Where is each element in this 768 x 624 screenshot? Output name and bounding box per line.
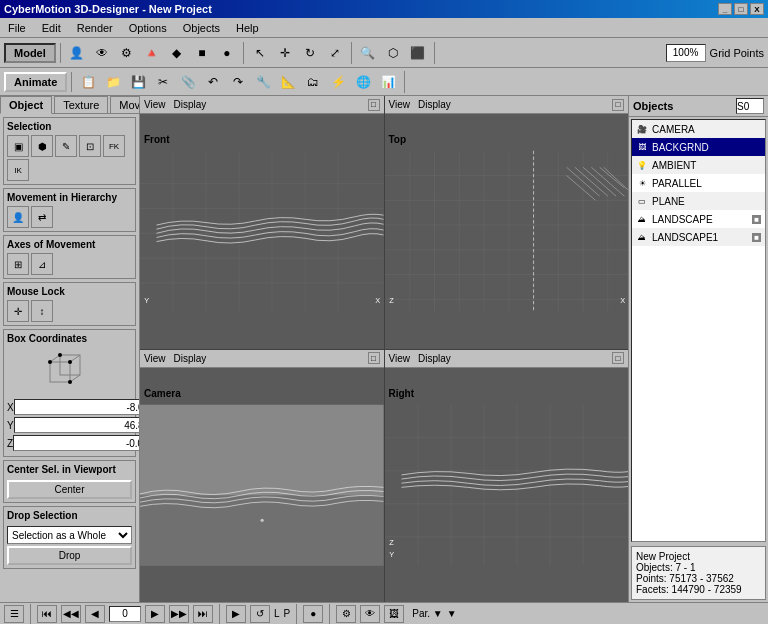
z-input[interactable] bbox=[13, 435, 140, 451]
camera-display-menu[interactable]: Display bbox=[174, 353, 207, 364]
object-ambient[interactable]: 💡 AMBIENT bbox=[632, 156, 765, 174]
close-button[interactable]: X bbox=[750, 3, 764, 15]
tb2-icon-3[interactable]: 💾 bbox=[126, 71, 150, 93]
top-maximize[interactable]: □ bbox=[612, 99, 624, 111]
right-maximize[interactable]: □ bbox=[612, 352, 624, 364]
object-parallel[interactable]: ☀ PARALLEL bbox=[632, 174, 765, 192]
object-landscape1[interactable]: ⛰ LANDSCAPE1 ■ bbox=[632, 228, 765, 246]
play-button[interactable]: ▶ bbox=[226, 605, 246, 623]
tb2-icon-1[interactable]: 📋 bbox=[76, 71, 100, 93]
tb2-icon-13[interactable]: 📊 bbox=[376, 71, 400, 93]
toolbar-icon-7[interactable]: ● bbox=[215, 42, 239, 64]
tb2-icon-9[interactable]: 📐 bbox=[276, 71, 300, 93]
sel-icon-2[interactable]: ⬢ bbox=[31, 135, 53, 157]
top-content[interactable]: Top bbox=[385, 114, 629, 349]
toolbar-icon-2[interactable]: 👁 bbox=[90, 42, 114, 64]
sel-icon-6[interactable]: IK bbox=[7, 159, 29, 181]
toolbar-icon-4[interactable]: 🔺 bbox=[140, 42, 164, 64]
tab-move[interactable]: Move bbox=[110, 96, 140, 113]
toolbar-icon-3[interactable]: ⚙ bbox=[115, 42, 139, 64]
camera-maximize[interactable]: □ bbox=[368, 352, 380, 364]
toolbar-zoom-in[interactable]: 🔍 bbox=[356, 42, 380, 64]
front-content[interactable]: Front bbox=[140, 114, 384, 349]
tab-object[interactable]: Object bbox=[0, 96, 52, 114]
right-content[interactable]: Right bbox=[385, 368, 629, 603]
go-to-end[interactable]: ⏭ bbox=[193, 605, 213, 623]
step-back[interactable]: ◀◀ bbox=[61, 605, 81, 623]
next-frame[interactable]: ▶ bbox=[145, 605, 165, 623]
object-plane[interactable]: ▭ PLANE bbox=[632, 192, 765, 210]
sel-icon-3[interactable]: ✎ bbox=[55, 135, 77, 157]
sel-icon-5[interactable]: FK bbox=[103, 135, 125, 157]
camera-view-menu[interactable]: View bbox=[144, 353, 166, 364]
sel-icon-4[interactable]: ⊡ bbox=[79, 135, 101, 157]
lock-icon-1[interactable]: ✛ bbox=[7, 300, 29, 322]
model-button[interactable]: Model bbox=[4, 43, 56, 63]
sel-icon-1[interactable]: ▣ bbox=[7, 135, 29, 157]
toolbar-move[interactable]: ✛ bbox=[273, 42, 297, 64]
render-btn[interactable]: 🖼 bbox=[384, 605, 404, 623]
tb2-icon-11[interactable]: ⚡ bbox=[326, 71, 350, 93]
toolbar-icon-5[interactable]: ◆ bbox=[165, 42, 189, 64]
zoom-input[interactable] bbox=[666, 44, 706, 62]
camera-content[interactable]: Camera bbox=[140, 368, 384, 603]
tb2-icon-6[interactable]: ↶ bbox=[201, 71, 225, 93]
y-input[interactable] bbox=[14, 417, 140, 433]
tb2-icon-7[interactable]: ↷ bbox=[226, 71, 250, 93]
left-panel-tabs: Object Texture Move bbox=[0, 96, 139, 114]
toolbar-solid[interactable]: ⬛ bbox=[406, 42, 430, 64]
top-display-menu[interactable]: Display bbox=[418, 99, 451, 110]
tab-texture[interactable]: Texture bbox=[54, 96, 108, 113]
x-input[interactable] bbox=[14, 399, 140, 415]
axis-icon-1[interactable]: ⊞ bbox=[7, 253, 29, 275]
tb2-icon-4[interactable]: ✂ bbox=[151, 71, 175, 93]
front-display-menu[interactable]: Display bbox=[174, 99, 207, 110]
toolbar-scale[interactable]: ⤢ bbox=[323, 42, 347, 64]
status-icon-1[interactable]: ☰ bbox=[4, 605, 24, 623]
menu-help[interactable]: Help bbox=[230, 20, 265, 36]
menu-objects[interactable]: Objects bbox=[177, 20, 226, 36]
lock-icon-2[interactable]: ↕ bbox=[31, 300, 53, 322]
tb2-icon-8[interactable]: 🔧 bbox=[251, 71, 275, 93]
object-camera[interactable]: 🎥 CAMERA bbox=[632, 120, 765, 138]
info-objects: Objects: 7 - 1 bbox=[636, 562, 761, 573]
tb2-icon-10[interactable]: 🗂 bbox=[301, 71, 325, 93]
tb2-icon-5[interactable]: 📎 bbox=[176, 71, 200, 93]
step-forward[interactable]: ▶▶ bbox=[169, 605, 189, 623]
move-icon-2[interactable]: ⇄ bbox=[31, 206, 53, 228]
right-view-menu[interactable]: View bbox=[389, 353, 411, 364]
objects-filter[interactable] bbox=[736, 98, 764, 114]
go-to-start[interactable]: ⏮ bbox=[37, 605, 57, 623]
minimize-button[interactable]: _ bbox=[718, 3, 732, 15]
prev-frame[interactable]: ◀ bbox=[85, 605, 105, 623]
right-display-menu[interactable]: Display bbox=[418, 353, 451, 364]
drop-button[interactable]: Drop bbox=[7, 546, 132, 565]
menu-render[interactable]: Render bbox=[71, 20, 119, 36]
tb2-icon-12[interactable]: 🌐 bbox=[351, 71, 375, 93]
maximize-button[interactable]: □ bbox=[734, 3, 748, 15]
top-view-menu[interactable]: View bbox=[389, 99, 411, 110]
move-icon-1[interactable]: 👤 bbox=[7, 206, 29, 228]
toolbar-icon-1[interactable]: 👤 bbox=[65, 42, 89, 64]
center-button[interactable]: Center bbox=[7, 480, 132, 499]
toolbar-wireframe[interactable]: ⬡ bbox=[381, 42, 405, 64]
frame-input[interactable] bbox=[109, 606, 141, 622]
front-maximize[interactable]: □ bbox=[368, 99, 380, 111]
drop-select[interactable]: Selection as a Whole Selection whole Ind… bbox=[7, 526, 132, 544]
toolbar-select[interactable]: ↖ bbox=[248, 42, 272, 64]
object-backgrnd[interactable]: 🖼 BACKGRND bbox=[632, 138, 765, 156]
menu-file[interactable]: File bbox=[2, 20, 32, 36]
tb2-icon-2[interactable]: 📁 bbox=[101, 71, 125, 93]
animate-button[interactable]: Animate bbox=[4, 72, 67, 92]
menu-edit[interactable]: Edit bbox=[36, 20, 67, 36]
loop-button[interactable]: ↺ bbox=[250, 605, 270, 623]
toolbar-rotate[interactable]: ↻ bbox=[298, 42, 322, 64]
menu-options[interactable]: Options bbox=[123, 20, 173, 36]
axis-icon-2[interactable]: ⊿ bbox=[31, 253, 53, 275]
toolbar-icon-6[interactable]: ■ bbox=[190, 42, 214, 64]
front-view-menu[interactable]: View bbox=[144, 99, 166, 110]
keyframe-btn[interactable]: ● bbox=[303, 605, 323, 623]
settings-btn[interactable]: ⚙ bbox=[336, 605, 356, 623]
object-landscape[interactable]: ⛰ LANDSCAPE ■ bbox=[632, 210, 765, 228]
view-btn[interactable]: 👁 bbox=[360, 605, 380, 623]
